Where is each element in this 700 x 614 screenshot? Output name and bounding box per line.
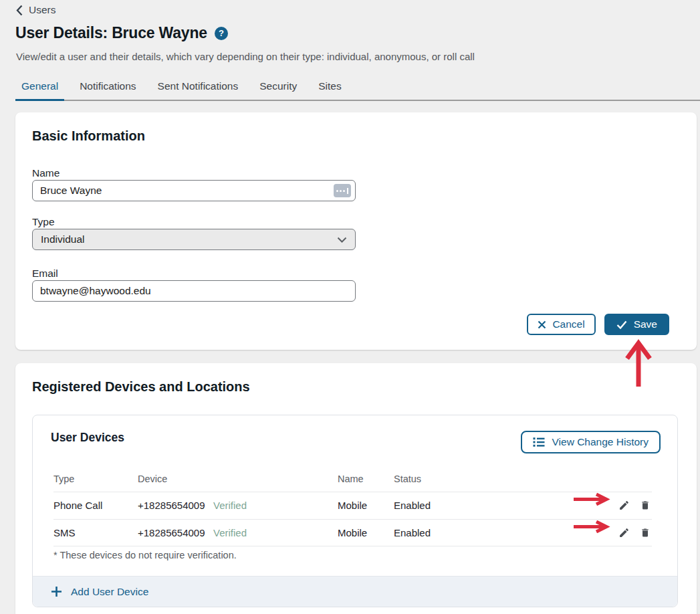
add-user-device-label: Add User Device	[71, 586, 148, 598]
user-devices-title: User Devices	[51, 431, 124, 445]
row-actions	[618, 500, 652, 511]
basic-information-heading: Basic Information	[32, 128, 145, 144]
view-change-history-button[interactable]: View Change History	[521, 431, 661, 453]
verification-status: Verified	[213, 527, 338, 538]
device-number: +18285654009	[138, 500, 213, 511]
plus-icon	[51, 586, 62, 597]
basic-information-card: Basic Information Name Type Individual E…	[15, 112, 697, 350]
save-button[interactable]: Save	[604, 314, 669, 335]
email-field-wrap	[32, 280, 356, 302]
type-label: Type	[32, 216, 55, 228]
type-select[interactable]: Individual	[32, 229, 356, 250]
list-icon	[533, 436, 545, 448]
tab-notifications[interactable]: Notifications	[74, 74, 142, 100]
edit-device-button[interactable]	[618, 527, 630, 538]
email-label: Email	[32, 268, 58, 280]
email-input[interactable]	[32, 280, 356, 302]
cancel-button[interactable]: Cancel	[527, 314, 595, 335]
back-to-users-link[interactable]: Users	[16, 4, 55, 16]
col-header-device: Device	[138, 474, 213, 484]
title-row: User Details: Bruce Wayne ?	[15, 24, 228, 42]
ellipsis-dot	[340, 190, 342, 192]
tab-bar: General Notifications Sent Notifications…	[15, 74, 700, 101]
page-subtitle: View/edit a user and their details, whic…	[16, 51, 475, 62]
name-field-wrap	[32, 180, 356, 201]
user-devices-table: Type Device Name Status Phone Call +1828…	[53, 466, 652, 546]
trash-icon	[640, 500, 651, 511]
tab-security[interactable]: Security	[253, 74, 303, 100]
type-select-value: Individual	[41, 233, 337, 245]
pencil-icon	[618, 500, 630, 511]
edit-device-button[interactable]	[618, 500, 630, 511]
device-row-sms: SMS +18285654009 Verified Mobile Enabled	[53, 520, 652, 547]
delete-device-button[interactable]	[640, 500, 651, 511]
device-name: Mobile	[338, 527, 394, 538]
form-actions: Cancel Save	[527, 314, 669, 335]
ellipsis-dot	[336, 190, 338, 192]
device-type: SMS	[53, 527, 138, 538]
tab-general[interactable]: General	[15, 74, 64, 100]
user-details-page: Users User Details: Bruce Wayne ? View/e…	[0, 0, 700, 614]
device-number: +18285654009	[138, 527, 213, 538]
check-icon	[616, 320, 627, 329]
cancel-button-label: Cancel	[552, 318, 584, 330]
table-header-row: Type Device Name Status	[53, 466, 652, 492]
tab-sites[interactable]: Sites	[312, 74, 347, 100]
annotation-arrow-right	[572, 493, 615, 506]
registered-devices-heading: Registered Devices and Locations	[32, 379, 250, 395]
ellipsis-expand-button[interactable]	[334, 184, 351, 197]
delete-device-button[interactable]	[640, 527, 651, 538]
device-name: Mobile	[338, 500, 394, 511]
col-header-status: Status	[394, 474, 651, 484]
back-chevron-icon	[16, 5, 23, 16]
page-title: User Details: Bruce Wayne	[15, 24, 207, 42]
add-user-device-button[interactable]: Add User Device	[33, 576, 677, 607]
col-header-type: Type	[53, 474, 138, 484]
device-type: Phone Call	[53, 500, 138, 511]
device-row-phone-call: Phone Call +18285654009 Verified Mobile …	[53, 492, 652, 520]
user-devices-card: User Devices View Change History Type De…	[32, 415, 678, 607]
trash-icon	[640, 527, 651, 538]
annotation-arrow-up	[624, 337, 653, 388]
ellipsis-dot	[343, 190, 345, 192]
registered-devices-card: Registered Devices and Locations User De…	[15, 363, 697, 614]
pencil-icon	[618, 527, 630, 538]
ellipsis-cursor	[347, 188, 348, 194]
verification-footnote: * These devices do not require verificat…	[53, 550, 237, 560]
name-input[interactable]	[32, 180, 356, 201]
view-change-history-label: View Change History	[552, 436, 649, 448]
x-icon	[538, 320, 546, 329]
annotation-arrow-right	[572, 520, 615, 533]
back-link-label: Users	[29, 4, 55, 16]
name-label: Name	[32, 167, 60, 179]
help-icon[interactable]: ?	[215, 27, 228, 40]
chevron-down-icon	[337, 237, 347, 243]
verification-status: Verified	[213, 500, 338, 511]
col-header-name: Name	[338, 474, 394, 484]
row-actions	[618, 527, 652, 538]
save-button-label: Save	[634, 318, 657, 330]
tab-sent-notifications[interactable]: Sent Notifications	[152, 74, 245, 100]
